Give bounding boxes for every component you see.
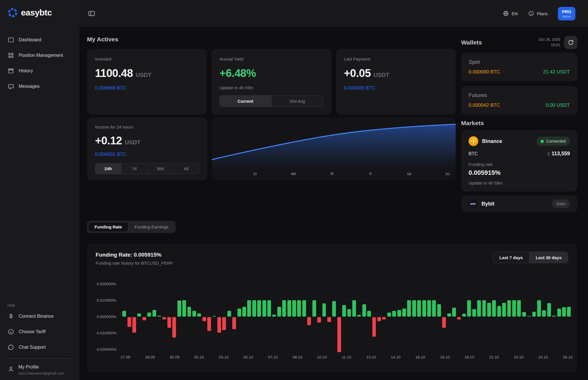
funding-bar-positive xyxy=(302,300,306,317)
bar-slot xyxy=(207,279,212,363)
profile-item[interactable]: My Profile rasul.hassanov@gmail.com xyxy=(0,362,79,375)
bar-slot xyxy=(242,279,247,363)
bar-slot xyxy=(487,279,492,363)
bar-slot xyxy=(442,279,446,363)
funding-bar-positive xyxy=(137,313,141,317)
sidebar-toggle-button[interactable] xyxy=(88,10,95,17)
tab-funding-rate[interactable]: Funding Rate xyxy=(88,222,128,232)
yield-mode-30d-avg[interactable]: 30d Avg xyxy=(271,96,323,106)
sidebar-item-messages[interactable]: Messages xyxy=(0,79,79,94)
funding-bar-positive xyxy=(352,300,356,317)
bar-slot xyxy=(566,279,571,363)
funding-bar-positive xyxy=(542,310,546,317)
funding-bar-negative xyxy=(377,317,381,321)
income-range-all[interactable]: All xyxy=(173,163,199,174)
funding-rate-label: Funding rate xyxy=(469,162,570,167)
funding-bar-positive xyxy=(177,300,181,317)
bar-slot xyxy=(407,279,411,363)
bar-slot xyxy=(502,279,506,363)
sidebar-bottom: Help Connect Binance Choose Tariff Chat … xyxy=(0,303,79,380)
plans-link[interactable]: Plans xyxy=(528,10,548,17)
bar-slot xyxy=(471,279,476,363)
markets-title: Markets xyxy=(461,120,577,127)
funding-bar-positive xyxy=(527,316,531,317)
sidebar: easybtc Dashboard Position Management Hi… xyxy=(0,0,79,380)
tab-funding-earnings[interactable]: Funding Earnings xyxy=(128,222,175,232)
funding-bar-positive xyxy=(262,300,266,317)
last-payment-label: Last Payment xyxy=(344,57,448,61)
bar-slot xyxy=(417,279,421,363)
funding-bar-positive xyxy=(552,316,556,317)
sidebar-item-position-management[interactable]: Position Management xyxy=(0,48,79,63)
profile-email: rasul.hassanov@gmail.com xyxy=(18,371,64,375)
bar-slot xyxy=(262,279,266,363)
funding-bar-positive xyxy=(532,312,536,317)
bar-slot xyxy=(137,279,142,363)
brand-logo-icon xyxy=(7,7,18,18)
income-range-7d[interactable]: 7d xyxy=(121,163,147,174)
bar-slot xyxy=(387,279,392,363)
bar-slot xyxy=(142,279,147,363)
sidebar-item-dashboard[interactable]: Dashboard xyxy=(0,32,79,48)
funding-rate-chart: 27.0928.0930.0902.1003.1005.1007.1008.10… xyxy=(96,279,572,372)
funding-bar-positive xyxy=(472,309,476,317)
bar-slot xyxy=(517,279,521,363)
funding-bar-positive xyxy=(427,300,431,317)
weekly-income-chart: tuwethfrsasu xyxy=(212,118,456,180)
sidebar-item-choose-tariff[interactable]: Choose Tariff xyxy=(0,324,79,340)
weekly-x-label: we xyxy=(291,171,296,176)
bar-slot xyxy=(232,279,237,363)
binance-icon xyxy=(469,136,478,146)
bar-slot xyxy=(237,279,241,363)
sidebar-item-label: Connect Binance xyxy=(19,314,54,319)
funding-bar-positive xyxy=(422,300,426,317)
pro-plan-button[interactable]: PRO Active xyxy=(558,7,575,20)
funding-range-buttons: Last 7 days Last 30 days xyxy=(493,252,568,263)
funding-bar-positive xyxy=(482,300,486,317)
funding-bar-negative xyxy=(142,317,146,320)
usd-sign: $ xyxy=(548,151,550,156)
bar-slot xyxy=(127,279,131,363)
funding-panel-subtitle: Funding rate history for BTCUSD_PERP xyxy=(96,261,173,265)
bar-slot xyxy=(467,279,471,363)
bar-slot xyxy=(272,279,276,363)
bar-slot xyxy=(531,279,536,363)
weekly-x-label: fr xyxy=(369,171,372,176)
bar-slot xyxy=(452,279,457,363)
spot-wallet-card: Spot 0.000000 BTC 21.42 USDT xyxy=(461,53,577,81)
bar-slot xyxy=(282,279,287,363)
bar-slot xyxy=(317,279,322,363)
sidebar-item-connect-binance[interactable]: Connect Binance xyxy=(0,309,79,324)
last-30-days-button[interactable]: Last 30 days xyxy=(529,252,568,263)
funding-bar-positive xyxy=(227,311,231,317)
income-range-24h[interactable]: 24h xyxy=(95,163,121,174)
sidebar-item-chat-support[interactable]: Chat Support xyxy=(0,340,79,355)
funding-plot: 27.0928.0930.0902.1003.1005.1007.1008.10… xyxy=(121,279,572,363)
funding-section-tabs: Funding Rate Funding Earnings xyxy=(87,221,176,233)
bar-slot xyxy=(302,279,307,363)
income-range-30d[interactable]: 30d xyxy=(147,163,173,174)
bar-slot xyxy=(446,279,451,363)
last-7-days-button[interactable]: Last 7 days xyxy=(493,252,529,263)
language-switcher[interactable]: EN xyxy=(503,10,518,17)
bar-slot xyxy=(556,279,561,363)
refresh-wallets-button[interactable] xyxy=(564,36,577,49)
funding-bar-positive xyxy=(562,307,566,317)
weekly-x-label: sa xyxy=(407,171,411,176)
messages-icon xyxy=(7,83,14,90)
spot-wallet-label: Spot xyxy=(469,59,570,65)
bar-slot xyxy=(322,279,326,363)
brand-logo[interactable]: easybtc xyxy=(0,0,79,22)
bar-slot xyxy=(202,279,207,363)
funding-bar-positive xyxy=(277,307,281,317)
bybit-icon: BYB!T xyxy=(469,199,478,208)
funding-bar-positive xyxy=(437,304,441,317)
funding-bar-positive xyxy=(417,300,421,317)
sidebar-item-history[interactable]: History xyxy=(0,63,79,79)
dashboard-icon xyxy=(7,36,14,43)
bar-slot xyxy=(462,279,467,363)
yield-mode-current[interactable]: Current xyxy=(220,96,271,106)
funding-bar-negative xyxy=(127,317,131,327)
panel-left-icon xyxy=(88,10,95,17)
bar-slot xyxy=(157,279,162,363)
